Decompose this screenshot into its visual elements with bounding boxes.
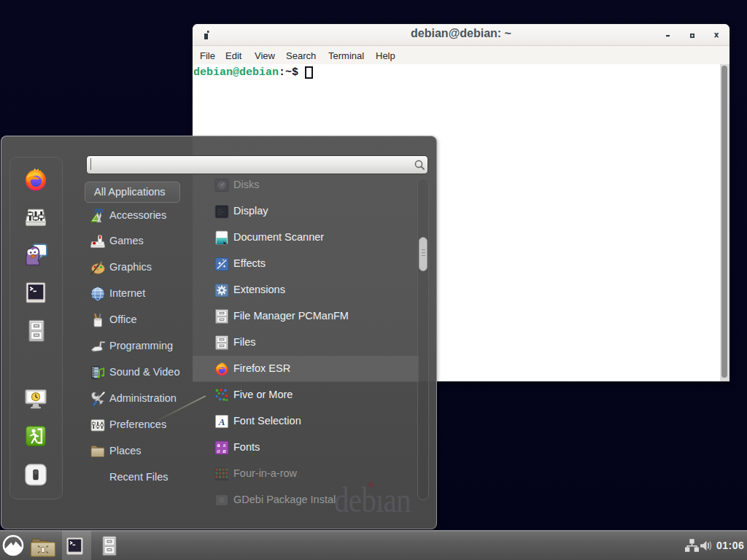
svg-text:A: A bbox=[218, 416, 225, 427]
svg-text:a: a bbox=[217, 448, 220, 454]
svg-text:a: a bbox=[223, 448, 226, 454]
